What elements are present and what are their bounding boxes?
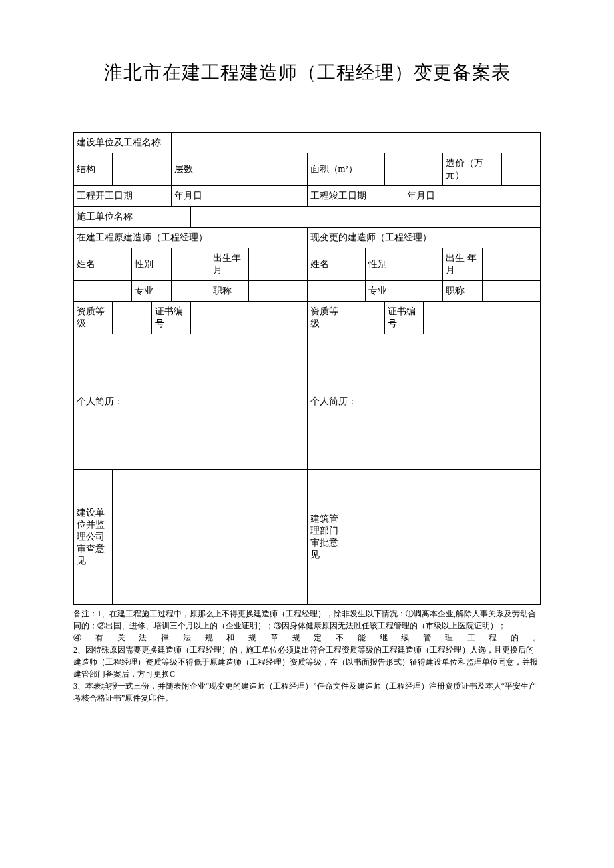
field-orig-birth[interactable] bbox=[249, 248, 307, 281]
label-new-major: 专业 bbox=[365, 281, 404, 302]
label-new-cert: 证书编号 bbox=[385, 302, 424, 334]
label-new-birth: 出生 年月 bbox=[443, 248, 482, 281]
field-new-name[interactable] bbox=[307, 281, 365, 302]
label-cost: 造价（万元） bbox=[443, 153, 501, 186]
field-end-date[interactable]: 年月日 bbox=[404, 186, 541, 207]
label-start-date: 工程开工日期 bbox=[74, 186, 172, 207]
field-new-birth[interactable] bbox=[482, 248, 540, 281]
label-new-title: 职称 bbox=[443, 281, 482, 302]
field-owner-opinion[interactable] bbox=[113, 470, 307, 605]
field-area[interactable] bbox=[385, 153, 443, 186]
field-orig-title[interactable] bbox=[249, 281, 307, 302]
field-new-major[interactable] bbox=[404, 281, 443, 302]
note-2: 2、因特殊原因需要更换建造师（工程经理）的，施工单位必须提出符合工程资质等级的工… bbox=[73, 644, 541, 680]
field-new-qual[interactable] bbox=[346, 302, 384, 334]
field-floors[interactable] bbox=[210, 153, 307, 186]
label-orig-qual: 资质等级 bbox=[74, 302, 113, 334]
field-dept-opinion[interactable] bbox=[346, 470, 540, 605]
field-start-date[interactable]: 年月日 bbox=[171, 186, 307, 207]
label-end-date: 工程竣工日期 bbox=[307, 186, 404, 207]
label-new-gender: 性别 bbox=[365, 248, 404, 281]
label-dept-opinion: 建筑管理部门审批意见 bbox=[307, 470, 346, 605]
field-orig-cert[interactable] bbox=[190, 302, 307, 334]
header-new: 现变更的建造师（工程经理） bbox=[307, 228, 541, 248]
label-contractor: 施工单位名称 bbox=[74, 207, 191, 228]
field-orig-gender[interactable] bbox=[171, 248, 210, 281]
note-3: 3、本表填报一式三份，并随表附企业“现变更的建造师（工程经理）”任命文件及建造师… bbox=[73, 680, 541, 704]
label-new-qual: 资质等级 bbox=[307, 302, 346, 334]
field-project-name[interactable] bbox=[171, 133, 540, 153]
note-1a: 备注：1、在建工程施工过程中，原那么上不得更换建造师（工程经理），除非发生以下情… bbox=[73, 608, 541, 632]
form-table: 建设单位及工程名称 结构 层数 面积（m²） 造价（万元） 工程开工日期 年月日… bbox=[73, 132, 541, 605]
field-new-gender[interactable] bbox=[404, 248, 443, 281]
field-orig-major[interactable] bbox=[171, 281, 210, 302]
field-cost[interactable] bbox=[501, 153, 540, 186]
label-orig-cert: 证书编号 bbox=[151, 302, 190, 334]
field-orig-resume[interactable]: 个人简历： bbox=[74, 334, 308, 470]
field-orig-name[interactable] bbox=[74, 281, 132, 302]
label-orig-title: 职称 bbox=[210, 281, 248, 302]
label-floors: 层数 bbox=[171, 153, 210, 186]
notes-block: 备注：1、在建工程施工过程中，原那么上不得更换建造师（工程经理），除非发生以下情… bbox=[73, 608, 541, 704]
note-1b: ④ 有 关 法 律 法 规 和 规 章 规 定 不 能 继 续 管 理 工 程 … bbox=[73, 632, 541, 644]
label-owner-opinion: 建设单位并监理公司审查意见 bbox=[74, 470, 113, 605]
label-orig-gender: 性别 bbox=[132, 248, 171, 281]
label-orig-birth: 出生年月 bbox=[210, 248, 248, 281]
field-contractor[interactable] bbox=[190, 207, 540, 228]
label-orig-major: 专业 bbox=[132, 281, 171, 302]
label-structure: 结构 bbox=[74, 153, 113, 186]
field-orig-qual[interactable] bbox=[113, 302, 151, 334]
label-orig-name: 姓名 bbox=[74, 248, 132, 281]
header-original: 在建工程原建造师（工程经理） bbox=[74, 228, 308, 248]
label-area: 面积（m²） bbox=[307, 153, 385, 186]
field-new-resume[interactable]: 个人简历： bbox=[307, 334, 541, 470]
field-structure[interactable] bbox=[113, 153, 171, 186]
field-new-title[interactable] bbox=[482, 281, 540, 302]
field-new-cert[interactable] bbox=[424, 302, 541, 334]
label-new-name: 姓名 bbox=[307, 248, 365, 281]
page-title: 淮北市在建工程建造师（工程经理）变更备案表 bbox=[73, 60, 541, 85]
label-project-name: 建设单位及工程名称 bbox=[74, 133, 172, 153]
